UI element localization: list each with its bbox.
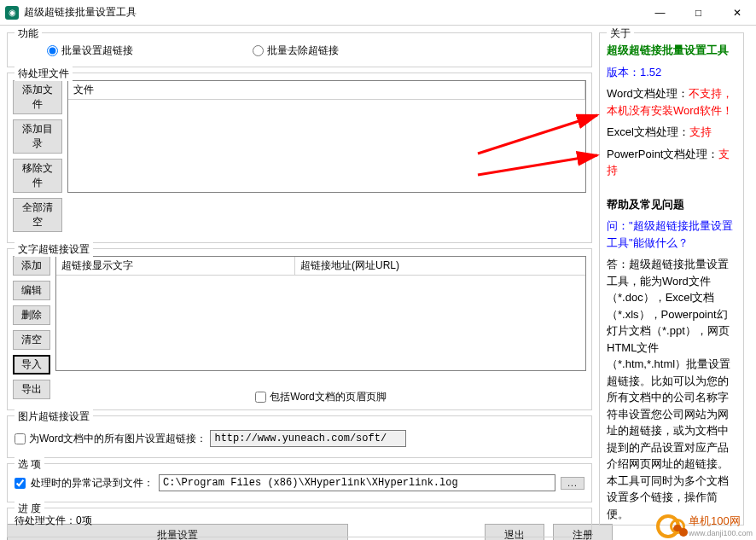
link-list[interactable]: 超链接显示文字 超链接地址(网址URL) <box>55 256 586 371</box>
about-excel-label: Excel文档处理： <box>607 125 689 138</box>
about-ppt-label: PowerPoint文档处理： <box>607 148 718 160</box>
about-version-label: 版本： <box>607 66 640 78</box>
progress-label: 待处理文件：0项 <box>15 514 584 528</box>
about-word-label: Word文档处理： <box>607 87 689 100</box>
radio-batch-remove-input[interactable] <box>253 45 264 56</box>
radio-batch-set-input[interactable] <box>47 45 58 56</box>
radio-batch-set[interactable]: 批量设置超链接 <box>47 44 133 58</box>
log-label: 处理时的异常记录到文件： <box>31 476 154 491</box>
close-button[interactable]: ✕ <box>718 0 756 25</box>
faq-answer: 答：超级超链接批量设置工具，能为Word文件（*.doc），Excel文档（*.… <box>607 256 736 520</box>
browse-log-button[interactable]: ... <box>561 477 584 490</box>
delete-link-button[interactable]: 删除 <box>13 305 50 325</box>
file-column-header[interactable]: 文件 <box>68 81 585 100</box>
log-checkbox[interactable] <box>15 478 26 489</box>
options-group-title: 选 项 <box>15 457 44 472</box>
watermark-logo: 单机100网www.danji100.com <box>656 514 753 538</box>
link-text-column[interactable]: 超链接显示文字 <box>56 257 295 275</box>
function-group-title: 功能 <box>15 26 42 41</box>
clear-all-button[interactable]: 全部清空 <box>13 198 62 232</box>
pending-group-title: 待处理文件 <box>15 67 73 81</box>
faq-question-link[interactable]: 问："超级超链接批量设置工具"能做什么？ <box>607 219 733 249</box>
about-app-name: 超级超链接批量设置工具 <box>607 42 736 59</box>
maximize-button[interactable]: □ <box>679 0 718 25</box>
image-link-label: 为Word文档中的所有图片设置超链接： <box>29 432 206 446</box>
imagelink-group-title: 图片超链接设置 <box>15 409 93 424</box>
window-title: 超级超链接批量设置工具 <box>24 5 641 20</box>
include-header-label: 包括Word文档的页眉页脚 <box>270 390 386 404</box>
export-link-button[interactable]: 导出 <box>13 380 50 399</box>
import-link-button[interactable]: 导入 <box>13 355 50 375</box>
about-excel-status: 支持 <box>689 125 712 138</box>
edit-link-button[interactable]: 编辑 <box>13 281 50 300</box>
log-path-input[interactable] <box>159 474 555 491</box>
add-link-button[interactable]: 添加 <box>13 256 50 276</box>
include-header-checkbox[interactable] <box>255 392 266 403</box>
textlink-group-title: 文字超链接设置 <box>15 242 93 257</box>
file-list[interactable]: 文件 <box>67 80 586 193</box>
add-file-button[interactable]: 添加文件 <box>13 80 62 114</box>
remove-file-button[interactable]: 移除文件 <box>13 159 62 193</box>
add-dir-button[interactable]: 添加目录 <box>13 119 62 154</box>
help-heading: 帮助及常见问题 <box>607 196 736 213</box>
app-icon: ◉ <box>5 6 19 20</box>
about-group-title: 关于 <box>607 26 634 41</box>
about-version-value: 1.52 <box>640 66 661 78</box>
image-link-url-input[interactable] <box>210 430 406 447</box>
image-link-checkbox[interactable] <box>15 433 26 444</box>
radio-batch-remove[interactable]: 批量去除超链接 <box>253 44 339 58</box>
clear-link-button[interactable]: 清空 <box>13 330 50 350</box>
minimize-button[interactable]: — <box>641 0 679 25</box>
link-url-column[interactable]: 超链接地址(网址URL) <box>295 257 585 275</box>
progress-group-title: 进 度 <box>15 502 44 516</box>
